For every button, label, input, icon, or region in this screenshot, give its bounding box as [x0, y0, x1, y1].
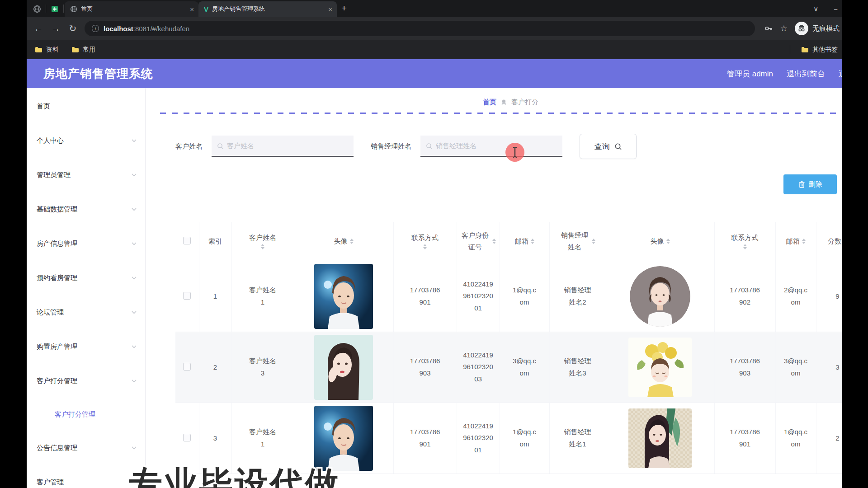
cell-manager-avatar — [606, 261, 714, 332]
sort-caret-icon[interactable] — [531, 239, 534, 244]
tab-home[interactable]: 首页 × — [65, 1, 198, 17]
tab-app[interactable]: V 房地产销售管理系统 × — [198, 1, 337, 17]
forward-icon[interactable]: → — [50, 23, 61, 34]
other-bookmarks-label: 其他书签 — [812, 46, 838, 54]
cell-manager-name: 销售经理姓名3 — [549, 332, 606, 403]
sidebar-item-label: 公告信息管理 — [37, 444, 77, 452]
tab-label: 房地产销售管理系统 — [212, 5, 325, 13]
sidebar-item-notice-mgmt[interactable]: 公告信息管理 — [27, 431, 145, 465]
sidebar-item-home[interactable]: 首页 — [27, 89, 145, 123]
cell-manager-avatar — [606, 403, 714, 474]
sidebar-item-admin-mgmt[interactable]: 管理员管理 — [27, 158, 145, 192]
customer-name-field — [212, 136, 354, 157]
sort-caret-icon[interactable] — [592, 239, 595, 244]
minimize-icon[interactable]: − — [834, 5, 838, 13]
cell-avatar — [294, 261, 393, 332]
tab-close-icon[interactable]: × — [328, 6, 332, 13]
header-manager-name[interactable]: 销售经理姓名 — [549, 222, 606, 261]
reload-icon[interactable]: ↻ — [67, 23, 78, 34]
cell-score: 2 — [816, 403, 846, 474]
search-icon — [426, 143, 433, 150]
cell-manager-name: 销售经理姓名2 — [549, 261, 606, 332]
sort-caret-icon[interactable] — [423, 244, 427, 249]
sidebar-item-label: 基础数据管理 — [37, 205, 77, 214]
row-checkbox[interactable] — [183, 363, 191, 371]
sidebar-item-forum-mgmt[interactable]: 论坛管理 — [27, 295, 145, 329]
incognito-label: 无痕模式 — [812, 24, 840, 33]
chevron-down-icon — [132, 137, 136, 142]
header-id-card[interactable]: 客户身份证号 — [457, 222, 500, 261]
customer-avatar-image — [314, 335, 373, 400]
pinned-tab-sheet[interactable] — [47, 1, 62, 17]
sidebar-item-customer-mgmt[interactable]: 客户管理 — [27, 465, 145, 488]
site-info-icon[interactable]: i — [92, 25, 99, 32]
search-icon — [614, 143, 622, 150]
cell-manager-name: 销售经理姓名1 — [549, 403, 606, 474]
sidebar-item-property-info[interactable]: 房产信息管理 — [27, 226, 145, 261]
header-avatar[interactable]: 头像 — [294, 222, 393, 261]
search-icon — [217, 143, 224, 150]
header-manager-avatar[interactable]: 头像 — [606, 222, 714, 261]
vue-favicon: V — [204, 5, 208, 13]
address-bar[interactable]: i localhost:8081/#/kehudafen — [85, 21, 755, 36]
cell-id-card: 410224199610232003 — [457, 332, 500, 403]
sidebar-item-profile[interactable]: 个人中心 — [27, 123, 145, 158]
incognito-icon — [797, 24, 806, 33]
watermark-text: 专业毕设代做 — [129, 462, 340, 488]
sidebar-item-label: 论坛管理 — [37, 308, 64, 317]
delete-button[interactable]: 删除 — [783, 174, 837, 194]
sidebar-item-purchase-mgmt[interactable]: 购置房产管理 — [27, 329, 145, 364]
cell-score: 3 — [816, 332, 846, 403]
sort-caret-icon[interactable] — [743, 244, 747, 249]
select-all-checkbox[interactable] — [183, 237, 191, 244]
row-checkbox[interactable] — [183, 434, 191, 441]
cell-id-card: 410224199610232001 — [457, 403, 500, 474]
sheet-icon — [51, 5, 58, 13]
header-phone[interactable]: 联系方式 — [393, 222, 457, 261]
bookmark-star-icon[interactable]: ☆ — [780, 23, 788, 33]
browser-window: 首页 × V 房地产销售管理系统 × + ∨ − ← → ↻ i localho… — [27, 0, 846, 488]
row-checkbox[interactable] — [183, 292, 191, 300]
customer-name-input[interactable] — [212, 136, 354, 156]
other-bookmarks[interactable]: 其他书签 — [801, 46, 838, 54]
sort-caret-icon[interactable] — [350, 239, 354, 244]
manager-name-input[interactable] — [420, 136, 562, 156]
cell-customer-name: 客户姓名3 — [231, 332, 294, 403]
header-index[interactable]: 索引 — [199, 222, 231, 261]
tab-close-icon[interactable]: × — [190, 6, 194, 13]
cell-phone: 17703786901 — [393, 403, 457, 474]
query-button[interactable]: 查询 — [580, 134, 637, 159]
tab-search-chevron-icon[interactable]: ∨ — [813, 5, 818, 13]
pinned-tab-globe[interactable] — [29, 1, 45, 17]
header-manager-phone[interactable]: 联系方式 — [714, 222, 775, 261]
sidebar-item-base-data[interactable]: 基础数据管理 — [27, 192, 145, 226]
sort-caret-icon[interactable] — [802, 239, 806, 244]
sidebar-item-score-mgmt[interactable]: 客户打分管理 — [27, 364, 145, 398]
sidebar-subitem-score-mgmt-active[interactable]: 客户打分管理 — [27, 398, 145, 431]
header-email[interactable]: 邮箱 — [500, 222, 549, 261]
admin-user-label[interactable]: 管理员 admin — [727, 69, 773, 79]
globe-icon — [33, 5, 41, 13]
mouse-cursor-highlight — [505, 143, 524, 162]
new-tab-button[interactable]: + — [341, 3, 347, 14]
manager-avatar-image — [628, 338, 692, 397]
bookmark-folder[interactable]: 资料 — [35, 46, 59, 54]
url-host: localhost — [104, 25, 133, 33]
sidebar-item-viewing-mgmt[interactable]: 预约看房管理 — [27, 261, 145, 295]
back-icon[interactable]: ← — [33, 23, 44, 34]
bookmark-folder[interactable]: 常用 — [71, 46, 95, 54]
password-key-icon[interactable] — [764, 24, 773, 33]
url-text[interactable]: localhost:8081/#/kehudafen — [104, 25, 189, 33]
cell-manager-email: 3@qq.com — [775, 332, 816, 403]
header-customer-name[interactable]: 客户姓名 — [231, 222, 294, 261]
header-manager-email[interactable]: 邮箱 — [775, 222, 816, 261]
breadcrumb-home-link[interactable]: 首页 — [483, 98, 496, 107]
cell-email: 1@qq.com — [500, 261, 549, 332]
sidebar-item-label: 管理员管理 — [37, 171, 71, 179]
exit-to-front-link[interactable]: 退出到前台 — [787, 69, 825, 79]
sort-caret-icon[interactable] — [261, 244, 264, 249]
header-score[interactable]: 分数 — [816, 222, 846, 261]
sort-caret-icon[interactable] — [666, 239, 670, 244]
cell-manager-email: 1@qq.com — [775, 403, 816, 474]
sort-caret-icon[interactable] — [492, 239, 496, 244]
